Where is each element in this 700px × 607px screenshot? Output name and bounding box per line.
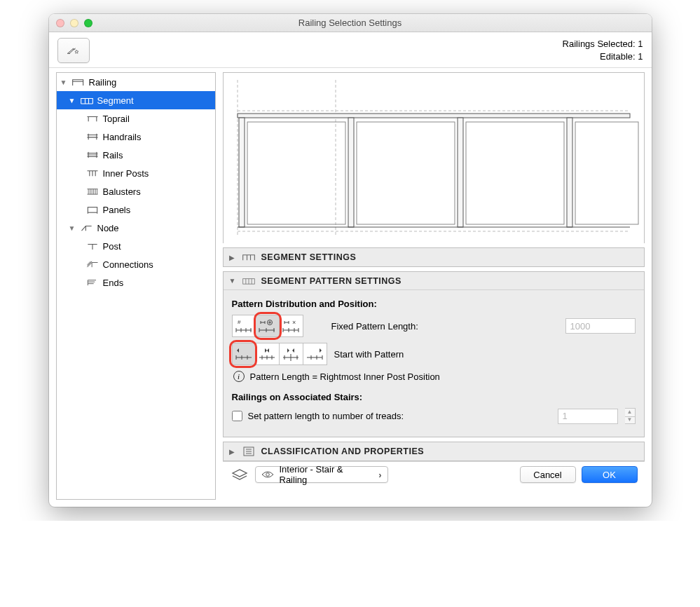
fixed-pattern-length-label: Fixed Pattern Length:	[331, 321, 418, 332]
panel-header-segment-pattern-settings[interactable]: ▼ SEGMENT PATTERN SETTINGS	[224, 272, 644, 290]
post-icon	[85, 240, 100, 252]
panel-title: SEGMENT SETTINGS	[261, 252, 357, 262]
step-down-icon[interactable]: ▼	[625, 416, 635, 424]
pattern-align-segment-center-button[interactable]	[280, 343, 303, 365]
layer-icon	[230, 467, 249, 482]
disclosure-arrow-icon[interactable]: ▼	[68, 97, 76, 104]
panel-segment-settings: ▶ SEGMENT SETTINGS	[223, 247, 645, 267]
connections-icon	[85, 259, 100, 270]
tree-item-segment[interactable]: ▼ Segment	[57, 91, 215, 109]
tree-label: Segment	[97, 95, 215, 106]
disclosure-arrow-icon: ▶	[229, 254, 236, 261]
disclosure-arrow-icon[interactable]: ▼	[68, 224, 76, 232]
minimize-window-button[interactable]	[70, 19, 78, 27]
fixed-pattern-length-input[interactable]	[565, 318, 636, 334]
settings-dialog: Railing Selection Settings Railings Sele…	[49, 14, 652, 507]
pattern-info-row: i Pattern Length = Rightmost Inner Post …	[233, 371, 636, 382]
tree-item-panels[interactable]: Panels	[57, 200, 215, 219]
tree-item-balusters[interactable]: Balusters	[57, 182, 215, 200]
panel-header-classification[interactable]: ▶ CLASSIFICATION AND PROPERTIES	[224, 442, 644, 461]
railing-favorite-icon	[67, 45, 81, 56]
set-pattern-to-treads-checkbox[interactable]	[232, 411, 242, 421]
railing-icon	[71, 76, 86, 88]
segment-icon	[242, 252, 256, 263]
handrails-icon	[85, 131, 100, 142]
tree-item-post[interactable]: Post	[57, 237, 215, 255]
ends-icon	[85, 277, 100, 288]
pattern-alignment-group	[232, 343, 327, 365]
pattern-mode-best-button[interactable]: ×	[280, 315, 303, 337]
info-icon: i	[233, 371, 245, 382]
tree-label: Railing	[89, 77, 215, 88]
tree-label: Node	[97, 223, 215, 233]
tree-label: Rails	[103, 150, 215, 161]
classification-icon	[242, 446, 256, 457]
tree-item-node[interactable]: ▼ Node	[57, 219, 215, 237]
treads-count-input[interactable]	[558, 409, 618, 424]
favorites-button[interactable]	[57, 38, 90, 63]
segment-icon	[79, 95, 95, 106]
pattern-align-start-button[interactable]	[232, 343, 256, 365]
balusters-icon	[85, 186, 100, 197]
cancel-button[interactable]: Cancel	[520, 466, 576, 483]
svg-point-21	[266, 473, 269, 477]
toolbar: Railings Selected: 1 Editable: 1	[49, 32, 652, 68]
rails-icon	[85, 149, 100, 161]
disclosure-arrow-icon: ▶	[229, 448, 236, 456]
svg-text:×: ×	[292, 319, 296, 326]
chevron-right-icon: ›	[378, 470, 381, 480]
ok-button[interactable]: OK	[582, 466, 638, 483]
titlebar[interactable]: Railing Selection Settings	[49, 14, 652, 32]
tree-label: Toprail	[103, 114, 215, 124]
footer-bar: Interior - Stair & Railing › Cancel OK	[223, 461, 645, 487]
svg-rect-7	[239, 118, 245, 227]
svg-rect-1	[224, 73, 644, 244]
treads-stepper[interactable]: ▲▼	[625, 408, 636, 424]
panels-icon	[85, 204, 100, 215]
tree-item-handrails[interactable]: Handrails	[57, 128, 215, 146]
pattern-length-mode-group: # ×	[232, 315, 303, 337]
close-window-button[interactable]	[56, 19, 64, 27]
layer-dropdown[interactable]: Interior - Stair & Railing ›	[255, 466, 388, 483]
disclosure-arrow-icon[interactable]: ▼	[60, 79, 68, 86]
component-tree[interactable]: ▼ Railing ▼ Segment Toprail	[56, 72, 216, 500]
svg-rect-10	[567, 118, 572, 227]
tree-label: Inner Posts	[103, 168, 215, 179]
disclosure-arrow-icon: ▼	[229, 277, 236, 285]
tree-item-ends[interactable]: Ends	[57, 273, 215, 292]
tree-item-rails[interactable]: Rails	[57, 146, 215, 164]
pattern-align-end-button[interactable]	[303, 343, 327, 365]
svg-rect-8	[348, 118, 354, 227]
pattern-mode-divide-button[interactable]: #	[232, 315, 256, 337]
panel-classification: ▶ CLASSIFICATION AND PROPERTIES	[223, 442, 645, 461]
tree-item-inner-posts[interactable]: Inner Posts	[57, 164, 215, 182]
pattern-mode-fixed-button[interactable]	[256, 315, 280, 337]
panel-segment-pattern-settings: ▼ SEGMENT PATTERN SETTINGS Pattern Distr…	[223, 271, 645, 437]
svg-text:#: #	[238, 319, 241, 325]
svg-rect-6	[238, 114, 630, 118]
railings-editable-label: Editable: 1	[563, 50, 643, 63]
zoom-window-button[interactable]	[84, 19, 92, 27]
railings-on-stairs-heading: Railings on Associated Stairs:	[232, 392, 636, 402]
svg-rect-9	[458, 118, 463, 227]
pattern-distribution-heading: Pattern Distribution and Position:	[232, 299, 636, 309]
tree-item-toprail[interactable]: Toprail	[57, 109, 215, 128]
step-up-icon[interactable]: ▲	[625, 409, 635, 416]
tree-item-connections[interactable]: Connections	[57, 255, 215, 273]
tree-label: Post	[103, 241, 215, 252]
panel-header-segment-settings[interactable]: ▶ SEGMENT SETTINGS	[224, 248, 644, 266]
tree-label: Handrails	[103, 132, 215, 142]
tree-item-railing[interactable]: ▼ Railing	[57, 73, 215, 91]
tree-label: Connections	[103, 259, 215, 270]
layer-name: Interior - Stair & Railing	[280, 464, 373, 485]
window-title: Railing Selection Settings	[49, 18, 652, 28]
window-controls	[49, 19, 92, 27]
pattern-align-center-button[interactable]	[256, 343, 280, 365]
tree-label: Ends	[103, 278, 215, 288]
tree-label: Panels	[103, 205, 215, 215]
pattern-preview[interactable]: + −	[223, 72, 645, 243]
svg-rect-0	[88, 207, 97, 213]
start-with-pattern-label: Start with Pattern	[334, 349, 404, 360]
railings-selected-label: Railings Selected: 1	[563, 38, 643, 50]
pattern-info-text: Pattern Length = Rightmost Inner Post Po…	[250, 371, 440, 382]
